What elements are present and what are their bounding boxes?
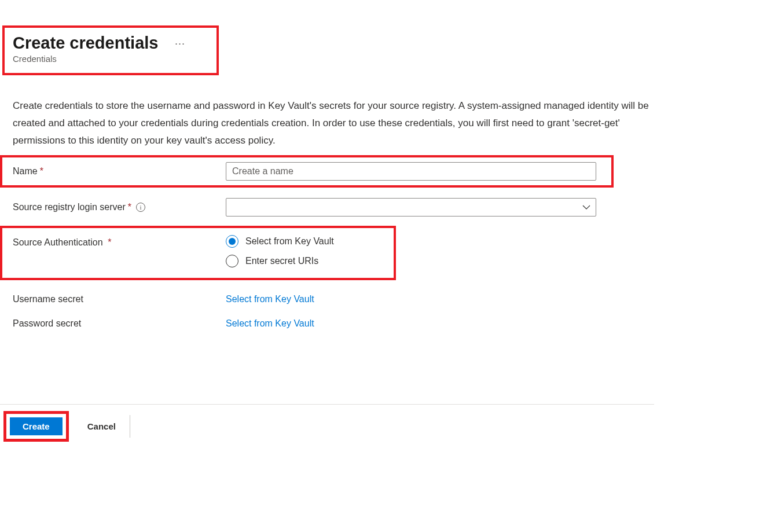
auth-radio-group: Select from Key Vault Enter secret URIs bbox=[226, 235, 334, 267]
radio-key-vault-label: Select from Key Vault bbox=[245, 236, 334, 247]
info-icon[interactable]: i bbox=[136, 203, 145, 212]
login-server-label-wrap: Source registry login server * i bbox=[13, 202, 226, 212]
password-secret-row: Password secret Select from Key Vault bbox=[0, 315, 614, 332]
radio-unselected-icon bbox=[226, 255, 238, 267]
username-secret-row: Username secret Select from Key Vault bbox=[0, 291, 614, 308]
radio-selected-icon bbox=[226, 235, 238, 248]
page-description: Create credentials to store the username… bbox=[13, 97, 649, 149]
create-highlight: Create bbox=[3, 411, 69, 442]
radio-dot-icon bbox=[229, 238, 236, 245]
form-container: Name * Source registry login server * i bbox=[0, 155, 614, 332]
username-secret-label: Username secret bbox=[13, 294, 226, 304]
required-star-icon: * bbox=[108, 237, 111, 247]
name-label: Name bbox=[13, 166, 38, 177]
radio-secret-uris[interactable]: Enter secret URIs bbox=[226, 255, 334, 267]
auth-row: Source Authentication * Select from Key … bbox=[0, 226, 396, 280]
login-server-row: Source registry login server * i bbox=[0, 193, 614, 221]
username-secret-link[interactable]: Select from Key Vault bbox=[226, 294, 314, 304]
auth-label-wrap: Source Authentication * bbox=[13, 235, 226, 267]
login-server-select-wrap bbox=[226, 198, 596, 217]
cancel-button[interactable]: Cancel bbox=[69, 415, 130, 438]
required-star-icon: * bbox=[128, 202, 131, 212]
page-subtitle: Credentials bbox=[13, 54, 208, 64]
name-input-wrap bbox=[226, 162, 601, 181]
name-row: Name * bbox=[0, 155, 614, 188]
page-header: Create credentials ··· Credentials bbox=[2, 25, 219, 75]
more-icon[interactable]: ··· bbox=[175, 38, 185, 50]
password-secret-label: Password secret bbox=[13, 318, 226, 329]
name-input[interactable] bbox=[226, 162, 596, 181]
login-server-input-wrap bbox=[226, 198, 601, 217]
login-server-select[interactable] bbox=[226, 198, 596, 217]
required-star-icon: * bbox=[40, 166, 43, 177]
name-label-wrap: Name * bbox=[13, 166, 226, 177]
password-secret-link[interactable]: Select from Key Vault bbox=[226, 318, 314, 329]
login-server-label: Source registry login server bbox=[13, 202, 126, 212]
footer-actions: Create Cancel bbox=[3, 411, 130, 442]
page-title: Create credentials bbox=[13, 34, 158, 53]
footer-divider bbox=[0, 404, 654, 405]
auth-label: Source Authentication bbox=[13, 237, 103, 247]
radio-key-vault[interactable]: Select from Key Vault bbox=[226, 235, 334, 248]
radio-secret-uris-label: Enter secret URIs bbox=[245, 256, 318, 266]
create-button[interactable]: Create bbox=[10, 417, 63, 435]
